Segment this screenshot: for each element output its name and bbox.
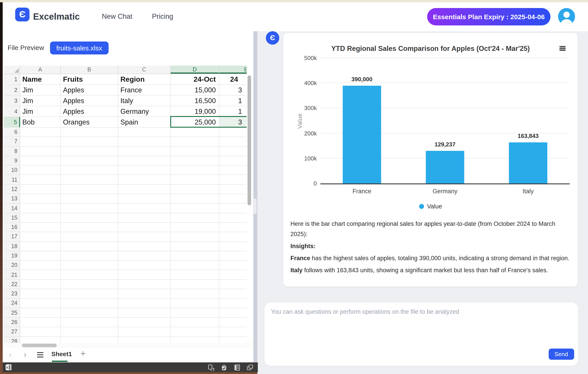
row-number-22[interactable]: 22 bbox=[4, 280, 20, 289]
empty-cell[interactable] bbox=[61, 242, 118, 251]
sheet-tab[interactable]: Sheet1 bbox=[51, 350, 72, 357]
empty-cell[interactable] bbox=[219, 232, 247, 242]
empty-cell[interactable] bbox=[61, 223, 118, 232]
cell-c3[interactable]: Italy bbox=[118, 95, 170, 106]
empty-cell[interactable] bbox=[61, 175, 118, 184]
row-number-7[interactable]: 7 bbox=[4, 137, 20, 146]
cell-b1[interactable]: Fruits bbox=[61, 74, 118, 84]
empty-cell[interactable] bbox=[219, 251, 247, 260]
empty-cell[interactable] bbox=[20, 270, 61, 279]
empty-cell[interactable] bbox=[170, 137, 219, 146]
cell-d4[interactable]: 19,000 bbox=[170, 106, 219, 116]
empty-cell[interactable] bbox=[118, 251, 170, 260]
empty-cell[interactable] bbox=[170, 175, 219, 184]
cell-a4[interactable]: Jim bbox=[20, 106, 61, 116]
divider-grip-icon[interactable] bbox=[254, 199, 256, 214]
file-badge[interactable]: fruits-sales.xlsx bbox=[50, 41, 108, 54]
empty-cell[interactable] bbox=[170, 337, 219, 343]
empty-cell[interactable] bbox=[219, 166, 247, 175]
cell-d1[interactable]: 24-Oct bbox=[170, 74, 219, 84]
row-number-19[interactable]: 19 bbox=[4, 251, 20, 260]
empty-cell[interactable] bbox=[61, 337, 118, 343]
empty-cell[interactable] bbox=[170, 318, 219, 327]
empty-cell[interactable] bbox=[170, 261, 219, 270]
empty-cell[interactable] bbox=[20, 185, 61, 194]
row-number-20[interactable]: 20 bbox=[4, 261, 20, 270]
empty-cell[interactable] bbox=[20, 156, 61, 165]
column-header-c[interactable]: C bbox=[118, 66, 170, 74]
empty-cell[interactable] bbox=[219, 147, 247, 156]
empty-cell[interactable] bbox=[170, 128, 219, 137]
bar-france[interactable] bbox=[343, 86, 381, 183]
row-number-26[interactable]: 26 bbox=[4, 318, 20, 327]
empty-cell[interactable] bbox=[170, 223, 219, 232]
empty-cell[interactable] bbox=[61, 280, 118, 289]
empty-cell[interactable] bbox=[170, 327, 219, 336]
empty-cell[interactable] bbox=[20, 128, 61, 137]
column-header-d[interactable]: D bbox=[170, 66, 219, 74]
row-number-1[interactable]: 1 bbox=[4, 74, 20, 84]
empty-cell[interactable] bbox=[219, 213, 247, 222]
cell-a5[interactable]: Bob bbox=[20, 117, 61, 127]
empty-cell[interactable] bbox=[20, 194, 61, 203]
cell-a3[interactable]: Jim bbox=[20, 95, 61, 106]
bag-check-icon[interactable] bbox=[220, 364, 227, 371]
panel-resize-divider[interactable] bbox=[253, 31, 257, 362]
empty-cell[interactable] bbox=[118, 166, 170, 175]
cascade-windows-icon[interactable] bbox=[246, 364, 253, 371]
empty-cell[interactable] bbox=[219, 337, 247, 343]
empty-cell[interactable] bbox=[219, 185, 247, 194]
empty-cell[interactable] bbox=[61, 270, 118, 279]
empty-cell[interactable] bbox=[170, 242, 219, 251]
excelmatic-logo[interactable]: Є bbox=[15, 8, 30, 21]
empty-cell[interactable] bbox=[118, 337, 170, 343]
row-number-24[interactable]: 24 bbox=[4, 299, 20, 308]
cell-a1[interactable]: Name bbox=[20, 74, 61, 84]
row-number-5[interactable]: 5 bbox=[4, 117, 20, 127]
cell-c5[interactable]: Spain bbox=[118, 117, 170, 127]
row-number-16[interactable]: 16 bbox=[4, 223, 20, 232]
notebook-icon[interactable] bbox=[233, 364, 240, 371]
empty-cell[interactable] bbox=[219, 308, 247, 317]
select-all-corner[interactable] bbox=[4, 66, 20, 74]
row-number-18[interactable]: 18 bbox=[4, 242, 20, 251]
empty-cell[interactable] bbox=[61, 318, 118, 327]
empty-cell[interactable] bbox=[170, 308, 219, 317]
cell-c4[interactable]: Germany bbox=[118, 106, 170, 116]
empty-cell[interactable] bbox=[118, 308, 170, 317]
nav-link-pricing[interactable]: Pricing bbox=[152, 12, 173, 20]
cell-c2[interactable]: France bbox=[118, 85, 170, 95]
chevron-left-icon[interactable]: ‹ bbox=[9, 349, 12, 361]
empty-cell[interactable] bbox=[20, 204, 61, 213]
row-number-8[interactable]: 8 bbox=[4, 147, 20, 156]
empty-cell[interactable] bbox=[61, 299, 118, 308]
empty-cell[interactable] bbox=[118, 213, 170, 222]
column-header-b[interactable]: B bbox=[61, 66, 118, 74]
cell-e2[interactable]: 3 bbox=[219, 85, 247, 95]
empty-cell[interactable] bbox=[219, 327, 247, 336]
horizontal-scrollbar[interactable] bbox=[22, 344, 57, 347]
cell-e3[interactable]: 1 bbox=[219, 95, 247, 106]
chevron-right-icon[interactable]: › bbox=[24, 349, 27, 361]
sheet-list-icon[interactable] bbox=[37, 352, 43, 357]
row-number-12[interactable]: 12 bbox=[4, 185, 20, 194]
empty-cell[interactable] bbox=[170, 251, 219, 260]
empty-cell[interactable] bbox=[20, 213, 61, 222]
empty-cell[interactable] bbox=[61, 213, 118, 222]
empty-cell[interactable] bbox=[219, 318, 247, 327]
empty-cell[interactable] bbox=[61, 289, 118, 298]
empty-cell[interactable] bbox=[61, 204, 118, 213]
empty-cell[interactable] bbox=[118, 261, 170, 270]
cell-d3[interactable]: 16,500 bbox=[170, 95, 219, 106]
user-avatar-icon[interactable] bbox=[558, 8, 575, 25]
row-number-6[interactable]: 6 bbox=[4, 128, 20, 137]
empty-cell[interactable] bbox=[118, 280, 170, 289]
empty-cell[interactable] bbox=[118, 175, 170, 184]
cell-b3[interactable]: Apples bbox=[61, 95, 118, 106]
add-sheet-icon[interactable]: + bbox=[80, 349, 85, 359]
row-number-4[interactable]: 4 bbox=[4, 106, 20, 116]
empty-cell[interactable] bbox=[118, 137, 170, 146]
row-number-13[interactable]: 13 bbox=[4, 194, 20, 203]
empty-cell[interactable] bbox=[20, 251, 61, 260]
empty-cell[interactable] bbox=[61, 327, 118, 336]
